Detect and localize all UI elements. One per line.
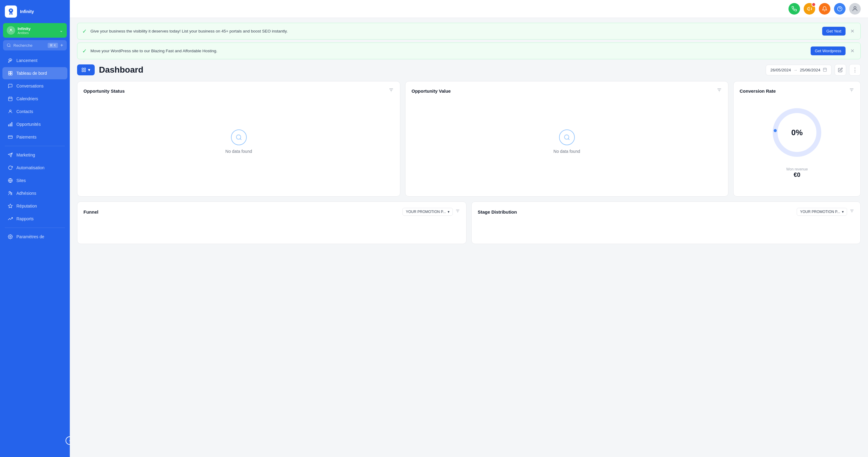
user-chevron-icon: ⌄ xyxy=(60,28,63,33)
svg-rect-14 xyxy=(10,124,11,126)
sidebar-item-parametres[interactable]: Paramètres de xyxy=(2,231,67,243)
main-content: ✓ Give your business the visibility it d… xyxy=(70,0,868,457)
svg-point-3 xyxy=(10,60,11,60)
svg-point-46 xyxy=(564,135,569,140)
conversion-rate-percent: 0% xyxy=(791,128,803,137)
bell-icon-button[interactable] xyxy=(819,3,830,15)
opportunity-status-no-data: No data found xyxy=(84,99,394,184)
search-add-icon[interactable]: + xyxy=(60,42,63,48)
svg-point-30 xyxy=(854,7,856,9)
sidebar-item-calendriers[interactable]: Calendriers xyxy=(2,93,67,105)
svg-rect-8 xyxy=(8,97,12,101)
sidebar-item-conversations[interactable]: Conversations xyxy=(2,80,67,92)
opportunity-value-no-data-text: No data found xyxy=(554,149,580,154)
question-icon-button[interactable] xyxy=(834,3,845,15)
sidebar-item-label-opportunites: Opportunités xyxy=(17,122,41,127)
dashboard-view-button[interactable]: ▾ xyxy=(77,64,95,75)
banner-yext-button[interactable]: Get Yext xyxy=(822,27,845,35)
banner-yext-text: Give your business the visibility it des… xyxy=(90,29,818,33)
svg-rect-31 xyxy=(82,68,84,69)
donut-chart: 0% xyxy=(770,105,824,160)
user-avatar-topbar[interactable] xyxy=(849,3,861,15)
sidebar-item-label-marketing: Marketing xyxy=(17,152,35,158)
svg-rect-13 xyxy=(11,122,12,126)
svg-point-22 xyxy=(9,192,10,193)
sidebar-item-sites[interactable]: Sites xyxy=(2,174,67,187)
sidebar-item-label-rapports: Rapports xyxy=(17,216,34,221)
funnel-pipeline-select[interactable]: YOUR PROMOTION P... ▾ xyxy=(402,208,453,216)
sidebar-item-lancement[interactable]: Lancement xyxy=(2,54,67,66)
svg-marker-24 xyxy=(8,204,12,208)
svg-point-25 xyxy=(10,236,11,237)
payment-icon xyxy=(7,134,13,140)
stage-distribution-filter-icon[interactable] xyxy=(849,209,854,215)
won-revenue-section: Won revenue €0 xyxy=(786,167,808,178)
svg-point-0 xyxy=(10,10,12,11)
stage-distribution-pipeline-select[interactable]: YOUR PROMOTION P... ▾ xyxy=(797,208,847,216)
search-icon xyxy=(7,43,11,48)
card-conversion-rate-title: Conversion Rate xyxy=(740,88,776,93)
card-opportunity-value: Opportunity Value No data found xyxy=(405,81,728,197)
user-selector[interactable]: Infinity Antibes ⌄ xyxy=(3,23,67,38)
sidebar-item-tableau-de-bord[interactable]: Tableau de bord xyxy=(2,67,67,79)
megaphone-badge xyxy=(811,2,816,7)
no-data-search-icon-1 xyxy=(231,130,247,145)
sidebar-item-adhesions[interactable]: Adhésions xyxy=(2,187,67,199)
funnel-pipeline-chevron-icon: ▾ xyxy=(448,210,450,214)
app-logo xyxy=(5,5,17,18)
sidebar-item-label-adhesions: Adhésions xyxy=(17,191,36,196)
sidebar-item-label-automatisation: Automatisation xyxy=(17,165,44,170)
svg-rect-32 xyxy=(84,68,86,69)
banner-yext-close-icon[interactable]: ✕ xyxy=(849,28,856,34)
phone-icon-button[interactable] xyxy=(788,3,800,15)
nav-divider-2 xyxy=(5,228,65,228)
sidebar-item-marketing[interactable]: Marketing xyxy=(2,149,67,161)
svg-rect-15 xyxy=(8,124,9,126)
rocket-icon xyxy=(7,57,13,63)
sidebar-item-opportunites[interactable]: Opportunités xyxy=(2,118,67,130)
banner-wordpress-close-icon[interactable]: ✕ xyxy=(849,48,856,54)
search-bar[interactable]: Recherche ⌘ K + xyxy=(3,40,67,51)
dashboard-title: Dashboard xyxy=(99,65,143,75)
refresh-icon xyxy=(7,165,13,171)
calendar-icon-date xyxy=(823,67,827,73)
dashboard-edit-button[interactable] xyxy=(835,64,846,76)
opportunity-value-no-data: No data found xyxy=(411,99,722,184)
dashboard-view-chevron: ▾ xyxy=(88,67,90,73)
svg-point-42 xyxy=(236,135,241,140)
chart-bar-icon xyxy=(7,121,13,127)
card-opportunity-status: Opportunity Status No data found xyxy=(77,81,400,197)
sidebar-item-paiements[interactable]: Paiements xyxy=(2,131,67,143)
funnel-filter-icon[interactable] xyxy=(455,209,460,215)
settings-icon xyxy=(7,234,13,240)
sidebar-item-reputation[interactable]: Réputation xyxy=(2,200,67,212)
card-funnel: Funnel YOUR PROMOTION P... ▾ xyxy=(77,201,466,244)
sidebar-item-automatisation[interactable]: Automatisation xyxy=(2,162,67,174)
sidebar-item-label-lancement: Lancement xyxy=(17,58,37,63)
stage-distribution-pipeline-label: YOUR PROMOTION P... xyxy=(800,210,840,214)
dashboard-header: ▾ Dashboard 26/05/2024 → 25/06/2024 ⋮ xyxy=(77,64,861,76)
svg-rect-7 xyxy=(11,74,12,75)
sidebar: Infinity Infinity Antibes ⌄ Recherche ⌘ … xyxy=(0,0,70,457)
banner-wordpress-button[interactable]: Get Wordpress xyxy=(811,47,845,55)
search-shortcut: ⌘ K xyxy=(48,43,58,48)
dashboard-more-button[interactable]: ⋮ xyxy=(849,64,861,76)
date-from: 26/05/2024 xyxy=(770,68,791,72)
user-location: Antibes xyxy=(18,31,31,35)
trending-icon xyxy=(7,216,13,222)
svg-point-1 xyxy=(10,29,12,30)
sidebar-item-rapports[interactable]: Rapports xyxy=(2,213,67,225)
date-range-picker[interactable]: 26/05/2024 → 25/06/2024 xyxy=(766,65,832,75)
won-revenue-value: €0 xyxy=(786,171,808,178)
svg-point-2 xyxy=(7,44,10,47)
card-conversion-rate-filter-icon[interactable] xyxy=(849,87,854,94)
sidebar-collapse-button[interactable]: ‹ xyxy=(66,436,70,445)
topbar xyxy=(70,0,868,18)
card-opportunity-status-filter-icon[interactable] xyxy=(389,87,394,94)
members-icon xyxy=(7,190,13,196)
sidebar-item-label-calendriers: Calendriers xyxy=(17,96,38,101)
card-opportunity-value-filter-icon[interactable] xyxy=(717,87,722,94)
sidebar-item-contacts[interactable]: Contacts xyxy=(2,106,67,118)
star-icon xyxy=(7,203,13,209)
svg-rect-16 xyxy=(8,136,12,138)
